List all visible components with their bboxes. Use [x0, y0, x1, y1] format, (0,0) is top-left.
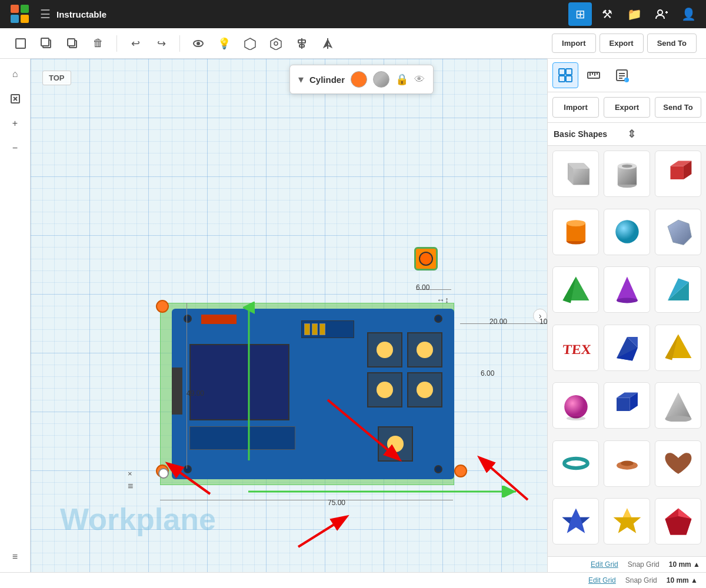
pcb-bottom-notch: [189, 426, 295, 450]
shape-torus-brown[interactable]: [604, 440, 650, 487]
layers-button[interactable]: ≡: [5, 546, 26, 567]
svg-point-62: [615, 220, 639, 243]
shape-irregular[interactable]: [655, 209, 701, 255]
shapes-dropdown[interactable]: Basic Shapes ⇕: [548, 123, 706, 146]
pcb-board[interactable]: [172, 309, 454, 479]
cylinder-label: Cylinder: [309, 75, 345, 85]
zoom-in-button[interactable]: +: [5, 113, 26, 134]
zoom-out-button[interactable]: −: [5, 138, 26, 159]
fit-button[interactable]: [5, 88, 26, 109]
shape-gem-red[interactable]: [655, 498, 701, 544]
shape-cone-gray[interactable]: [655, 382, 701, 429]
shape-cylinder-hole[interactable]: [604, 151, 650, 197]
shape-box-hole[interactable]: [552, 151, 599, 197]
light-button[interactable]: 💡: [213, 32, 235, 55]
main: ⌂ + − ≡ TOP ▾ Cylinder 🔒 👁: [0, 59, 706, 572]
shape-box-red[interactable]: [655, 151, 701, 197]
add-user-button[interactable]: [650, 2, 673, 26]
shape-sphere-pink[interactable]: [552, 382, 599, 429]
redo-button[interactable]: ↪: [150, 32, 172, 55]
cylinder-dropdown-icon[interactable]: ▾: [298, 73, 304, 86]
ruler-button[interactable]: [581, 62, 607, 88]
handle-bottom-right[interactable]: [454, 465, 467, 477]
shape-cylinder-orange[interactable]: [552, 209, 599, 255]
dim-v-line-1: [187, 303, 187, 469]
svg-marker-65: [617, 276, 638, 300]
undo-button[interactable]: ↩: [124, 32, 146, 55]
shape-wedge-teal[interactable]: [655, 266, 701, 313]
pcb-menu-icon[interactable]: ≡: [128, 481, 133, 492]
snap-grid-value-bottom[interactable]: 10 mm ▲: [667, 576, 698, 584]
svg-line-29: [298, 517, 345, 547]
topbar-right: ⊞ ⚒ 📁 👤: [568, 2, 700, 26]
import-button[interactable]: Import: [552, 34, 595, 53]
dim-label-top-6: 6.00: [416, 283, 429, 292]
grid-shapes-button[interactable]: [552, 62, 578, 88]
color-swatch-gray[interactable]: [373, 71, 389, 88]
duplicate-button[interactable]: [61, 32, 84, 55]
pcb-led-1: [367, 332, 402, 368]
export-button[interactable]: Export: [600, 34, 644, 53]
shape-text[interactable]: TEXT: [552, 325, 599, 371]
color-swatch-orange[interactable]: [351, 71, 367, 88]
shapes-dropdown-label: Basic Shapes: [554, 129, 627, 139]
shape-star-yellow[interactable]: [604, 498, 650, 544]
svg-point-0: [658, 10, 662, 15]
send-to-button[interactable]: Send To: [647, 34, 697, 53]
menu-icon[interactable]: ☰: [40, 7, 51, 21]
resize-handles: ↔↕: [437, 295, 449, 305]
edit-grid-link[interactable]: Edit Grid: [588, 576, 616, 584]
align-button[interactable]: [291, 32, 313, 55]
shape-prism-blue[interactable]: [604, 325, 650, 371]
svg-text:!: !: [625, 79, 626, 82]
shape-heart[interactable]: [655, 440, 701, 487]
svg-point-55: [622, 164, 632, 167]
shape-torus-teal[interactable]: [552, 440, 599, 487]
pcb-screen: [189, 344, 289, 420]
pcb-led-grid: [367, 332, 442, 407]
avatar-button[interactable]: 👤: [677, 2, 700, 26]
dim-label-bottom-75: 75.00: [328, 499, 345, 507]
mount-hole-4: [434, 315, 442, 323]
right-send-to-button[interactable]: Send To: [655, 97, 701, 118]
svg-marker-10: [245, 38, 255, 50]
white-handle[interactable]: [158, 468, 169, 479]
delete-button[interactable]: 🗑: [87, 32, 109, 55]
green-arrow-right: [248, 486, 522, 497]
grid-button[interactable]: [239, 32, 261, 55]
right-import-button[interactable]: Import: [552, 97, 599, 118]
red-arrow-4: [287, 500, 369, 559]
home-button[interactable]: ⌂: [5, 64, 26, 85]
right-panel: ! Import Export Send To Basic Shapes ⇕: [547, 59, 706, 572]
app-title: Instructable: [56, 9, 562, 19]
grid-view-button[interactable]: ⊞: [568, 2, 592, 26]
tools-button[interactable]: ⚒: [595, 2, 619, 26]
visibility-button[interactable]: [187, 32, 209, 55]
shape-cone-purple[interactable]: [604, 266, 650, 313]
notes-button[interactable]: !: [609, 62, 635, 88]
edit-grid-label[interactable]: Edit Grid: [591, 560, 618, 569]
shape-pyramid-green[interactable]: [552, 266, 599, 313]
selected-object[interactable]: [414, 247, 438, 270]
shape-pyramid-yellow[interactable]: [655, 325, 701, 371]
dropdown-arrow-icon: ⇕: [627, 128, 701, 141]
eye-popup-icon[interactable]: 👁: [414, 74, 425, 86]
shape-star-blue[interactable]: [552, 498, 599, 544]
mirror-button[interactable]: [317, 32, 339, 55]
new-button[interactable]: [9, 32, 32, 55]
mount-hole-2: [434, 465, 442, 473]
svg-marker-56: [670, 166, 683, 179]
canvas-area[interactable]: TOP ▾ Cylinder 🔒 👁: [31, 59, 547, 572]
hex-button[interactable]: [265, 32, 287, 55]
svg-point-61: [566, 220, 585, 226]
shape-box-navy[interactable]: [604, 382, 650, 429]
copy-button[interactable]: [35, 32, 58, 55]
lock-icon[interactable]: 🔒: [395, 73, 408, 86]
close-pcb-label[interactable]: ×: [128, 469, 132, 478]
shape-sphere-blue[interactable]: [604, 209, 650, 255]
snap-grid-value[interactable]: 10 mm ▲: [669, 560, 700, 569]
files-button[interactable]: 📁: [622, 2, 646, 26]
handle-top-left[interactable]: [156, 300, 169, 313]
svg-rect-34: [559, 69, 565, 75]
right-export-button[interactable]: Export: [604, 97, 650, 118]
